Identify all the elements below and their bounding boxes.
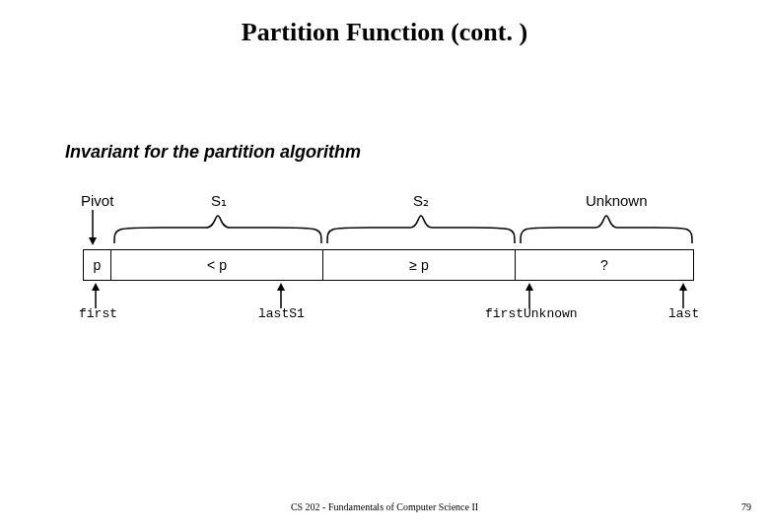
arrow-firstUnknown-icon xyxy=(523,283,536,308)
bracket-s1-icon xyxy=(112,214,323,247)
label-s2: S₂ xyxy=(413,192,429,210)
cell-s1: < p xyxy=(111,250,323,280)
bracket-s2-icon xyxy=(325,214,517,247)
label-pivot: Pivot xyxy=(81,192,113,209)
cell-s2: ≥ p xyxy=(323,250,516,280)
cell-pivot: p xyxy=(84,250,111,280)
pointer-lastS1: lastS1 xyxy=(258,306,305,321)
arrow-lastS1-icon xyxy=(274,283,288,308)
svg-marker-9 xyxy=(679,283,687,291)
arrow-last-icon xyxy=(676,283,690,308)
label-s1: S₁ xyxy=(211,192,227,210)
cell-unknown: ? xyxy=(516,250,693,280)
svg-marker-1 xyxy=(89,237,97,245)
page-number: 79 xyxy=(741,501,751,512)
pointer-firstUnknown: firstUnknown xyxy=(485,306,578,321)
pivot-arrow-icon xyxy=(85,210,101,247)
pointer-first: first xyxy=(79,306,117,321)
svg-marker-5 xyxy=(277,283,285,291)
slide-title: Partition Function (cont. ) xyxy=(0,18,769,47)
bracket-unknown-icon xyxy=(519,214,694,247)
arrow-first-icon xyxy=(89,283,103,308)
footer-text: CS 202 - Fundamentals of Computer Scienc… xyxy=(0,501,769,512)
svg-marker-3 xyxy=(92,283,100,291)
label-unknown: Unknown xyxy=(586,192,648,209)
svg-marker-7 xyxy=(525,283,533,291)
partition-diagram: Pivot S₁ S₂ Unknown p < p ≥ p ? xyxy=(83,192,694,340)
pointer-last: last xyxy=(668,306,699,321)
slide-subtitle: Invariant for the partition algorithm xyxy=(65,142,769,163)
array-boxes: p < p ≥ p ? xyxy=(83,249,694,281)
